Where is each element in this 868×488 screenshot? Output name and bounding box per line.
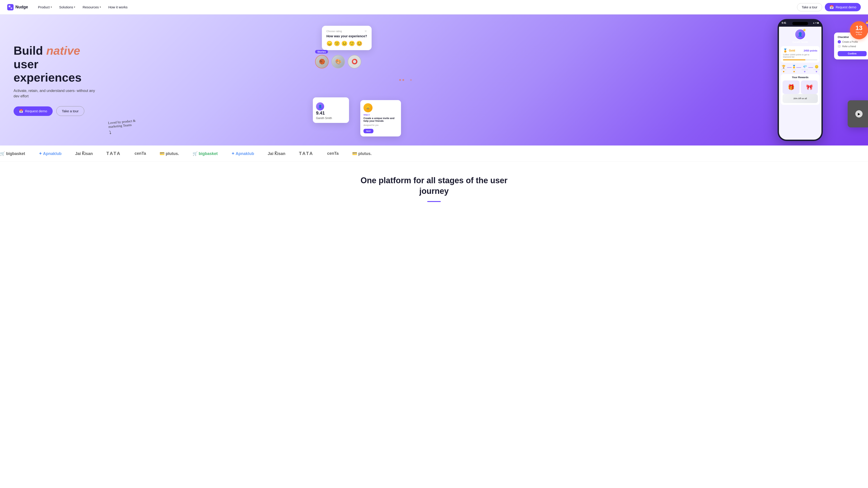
tier-platinum: 🪙 Platinum (813, 65, 819, 72)
phone-screen: 👤 ⭐ Gareth Smith 🏅 Gold 2450 points Coll… (779, 27, 822, 140)
stories-label: Stories (315, 50, 328, 54)
fire-icon: 🔥 (865, 20, 868, 24)
refer-next-button[interactable]: Next (364, 129, 373, 133)
logo-bigbasket-2: 🛒 bigbasket (193, 151, 218, 156)
calendar-icon: 📅 (829, 5, 834, 9)
story-3[interactable]: ⭕ (348, 55, 361, 68)
gold-points: 2450 points (804, 49, 817, 52)
checklist-item-1: ✓ Create a Profile (838, 40, 867, 43)
refer-title: Create a unique invite and help your fri… (364, 117, 398, 122)
navbar-right: Take a tour 📅 Request demo (797, 3, 861, 11)
tier-diamond: 💎 Diamond (802, 65, 808, 72)
rating-question: How was your experience? (327, 34, 367, 38)
profile-avatar: 👤 ⭐ (795, 29, 806, 40)
logo-apnaklub-2: ✦ Apnaklub (231, 151, 254, 156)
gold-card: 🏅 Gold 2450 points Collect 10000 points … (781, 46, 819, 63)
hero-subtitle: Activate, retain, and understand users- … (13, 88, 99, 99)
reward-gift-1: 🎁 (782, 80, 800, 94)
emoji-1[interactable]: 😞 (327, 41, 333, 46)
check-icon-1: ✓ (838, 40, 841, 43)
rewards-section: Your Rewards 🎁 🎀 25% Off on all (781, 74, 819, 105)
rating-emojis: 😞 😕 😐 🙂 😊 (327, 41, 367, 46)
hero-request-demo-button[interactable]: 📅 Request demo (13, 106, 53, 116)
tier-dot-gold (794, 71, 795, 72)
tier-line-2 (796, 67, 801, 68)
gareth-name: Gareth Smith (316, 117, 346, 120)
logo[interactable]: Nudge (7, 4, 28, 10)
gareth-avatar: 👤 (316, 102, 324, 110)
tier-member: 🏆 Member (781, 65, 786, 72)
product-chevron-icon: ▾ (51, 6, 52, 8)
phone-signals: ▲ ● ◼ (813, 22, 819, 24)
logo-jaikisan-1: Jai K̈isan (75, 151, 93, 156)
tiers-row: 🏆 Member 🥇 Gold 💎 Diamond (781, 65, 819, 72)
emoji-3[interactable]: 😐 (341, 41, 347, 46)
nav-product[interactable]: Product ▾ (35, 3, 55, 11)
play-icon: ▶ (855, 110, 863, 118)
phone-mockup: 9:41 ▲ ● ◼ 👤 ⭐ Gareth Smith 🏅 G (778, 19, 823, 141)
stories-row: 🏀 🎨 ⭕ (315, 55, 361, 68)
gold-title: Gold (789, 49, 795, 52)
hero-visuals: Choose rating ✕ How was your experience?… (304, 14, 868, 145)
svg-rect-1 (11, 7, 12, 9)
profile-star-icon: ⭐ (803, 29, 806, 32)
nav-take-tour-button[interactable]: Take a tour (797, 3, 822, 11)
gift-icon-2: 🎀 (806, 84, 813, 90)
nav-solutions[interactable]: Solutions ▾ (57, 3, 78, 11)
brand-name: Nudge (16, 5, 28, 9)
bottom-section: One platform for all stages of the user … (0, 162, 868, 211)
tier-line-1 (787, 67, 792, 68)
rating-close-icon[interactable]: ✕ (364, 29, 367, 33)
logo-bigbasket-1: 🛒 bigbasket (0, 151, 25, 156)
hero-take-tour-button[interactable]: Take a tour (56, 106, 84, 116)
rating-card-header: Choose rating ✕ (327, 29, 367, 33)
logo-centa-2: cenTa (327, 151, 339, 156)
nav-request-demo-button[interactable]: 📅 Request demo (825, 3, 861, 11)
nav-resources[interactable]: Resources ▾ (80, 3, 104, 11)
logo-tata-1: TATA (106, 151, 121, 156)
rewards-title: Your Rewards (782, 76, 818, 78)
notch-pill (792, 22, 808, 25)
hero-buttons: 📅 Request demo Take a tour (13, 106, 99, 116)
logo-tata-2: TATA (299, 151, 313, 156)
gold-desc: Collect 10000 points to get to Diamond t… (783, 54, 817, 58)
emoji-5[interactable]: 😊 (356, 41, 362, 46)
refer-step: Step 2 (364, 113, 398, 116)
profile-section: 👤 ⭐ Gareth Smith (781, 29, 819, 43)
bottom-underline (427, 201, 441, 202)
tier-line-3 (808, 67, 813, 68)
checklist-confirm-button[interactable]: Confirm (838, 51, 867, 56)
refer-desc: designed for you (364, 124, 398, 126)
tier-dot-diamond (804, 71, 805, 72)
nav-links: Product ▾ Solutions ▾ Resources ▾ How it… (35, 3, 130, 11)
resources-chevron-icon: ▾ (100, 6, 101, 8)
rating-card: Choose rating ✕ How was your experience?… (322, 26, 372, 50)
story-1[interactable]: 🏀 (315, 55, 329, 68)
logo-jaikisan-2: Jai K̈isan (268, 151, 285, 156)
badge-number: 13 (855, 25, 862, 31)
video-card[interactable]: ▶ (848, 100, 868, 127)
gold-progress-fill (783, 59, 805, 60)
hero-content: Build native user experiences Activate, … (0, 26, 113, 134)
reward-gift-2: 🎀 (801, 80, 818, 94)
hero-section: Build native user experiences Activate, … (0, 14, 868, 145)
days-badge: 13 Days ina TOw 🔥 (850, 21, 868, 39)
story-2[interactable]: 🎨 (331, 55, 345, 68)
nav-how-it-works[interactable]: How it works (105, 3, 130, 11)
logos-strip: 🛒 bigbasket ✦ Apnaklub Jai K̈isan TATA c… (0, 145, 868, 162)
stories-area: Stories 🏀 🎨 ⭕ (315, 50, 361, 68)
rewards-grid: 🎁 🎀 (782, 80, 818, 94)
logo-plutus-2: 💳 plutus. (352, 151, 372, 156)
emoji-4[interactable]: 🙂 (349, 41, 355, 46)
logo-apnaklub-1: ✦ Apnaklub (39, 151, 61, 156)
gold-header: 🏅 Gold 2450 points (783, 48, 817, 53)
calendar-icon-hero: 📅 (19, 109, 23, 113)
tier-dot-platinum (816, 71, 817, 72)
gift-icon-1: 🎁 (788, 84, 795, 90)
refer-card: 😀 Step 2 Create a unique invite and help… (360, 100, 401, 136)
gareth-time: 9.41 (316, 110, 346, 116)
logo-icon (7, 4, 13, 10)
emoji-2[interactable]: 😕 (334, 41, 340, 46)
bottom-title: One platform for all stages of the user … (355, 175, 513, 197)
refer-avatar: 😀 (364, 103, 373, 112)
